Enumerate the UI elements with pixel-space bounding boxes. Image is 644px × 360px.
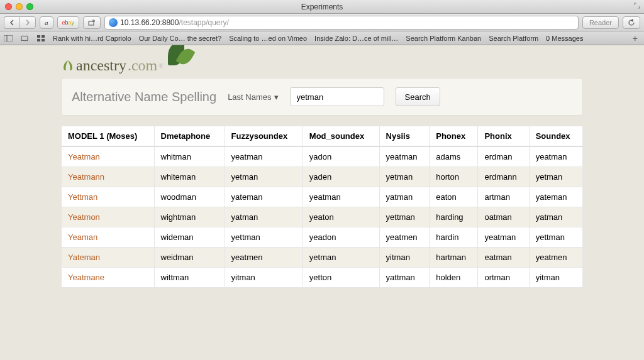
result-cell: yatman xyxy=(529,207,582,227)
logo-suffix: .com xyxy=(128,57,157,74)
table-header-row: MODEL 1 (Moses) Dmetaphone Fuzzysoundex … xyxy=(62,126,583,147)
svg-rect-1 xyxy=(4,35,13,41)
svg-rect-3 xyxy=(37,35,40,38)
result-cell: hartman xyxy=(430,248,478,268)
result-cell: yeatman xyxy=(225,146,303,167)
reader-button[interactable]: Reader xyxy=(582,16,619,29)
col-header: Fuzzysoundex xyxy=(225,126,303,147)
url-host: 10.13.66.20:8800 xyxy=(120,18,179,27)
fullscreen-icon[interactable] xyxy=(634,3,640,10)
result-cell: yetman xyxy=(379,167,430,187)
result-cell: yeatmen xyxy=(225,248,303,268)
result-cell: eatman xyxy=(478,248,529,268)
result-cell: yateman xyxy=(529,187,582,207)
bookmark-item[interactable]: Search Platform Kanban xyxy=(406,35,481,42)
result-cell: yetman xyxy=(303,248,379,268)
add-bookmark-button[interactable]: + xyxy=(630,33,640,43)
bookmark-item[interactable]: Scaling to …ed on Vimeo xyxy=(229,35,307,42)
bookmarks-bar: Rank with hi…rd Capriolo Our Daily Co… t… xyxy=(0,31,644,45)
result-cell: whiteman xyxy=(154,167,225,187)
result-cell: yatman xyxy=(379,187,430,207)
close-window-button[interactable] xyxy=(5,3,12,10)
result-cell: yadon xyxy=(303,146,379,167)
svg-rect-5 xyxy=(37,39,40,41)
bookmark-item[interactable]: 0 Messages xyxy=(546,35,583,42)
reading-list-icon[interactable] xyxy=(20,35,29,41)
result-cell: yitman xyxy=(225,268,303,288)
bookmark-item[interactable]: Inside Zalo: D…ce of mill… xyxy=(314,35,398,42)
result-cell: yettman xyxy=(225,227,303,248)
result-cell: yetman xyxy=(529,167,582,187)
table-row: Yeatmanwhitmanyeatmanyadonyeatmanadamser… xyxy=(62,146,583,167)
result-cell: yaden xyxy=(303,167,379,187)
result-cell: artman xyxy=(478,187,529,207)
caret-down-icon: ▾ xyxy=(274,92,279,102)
result-cell: yitman xyxy=(529,268,582,288)
name-type-dropdown[interactable]: Last Names ▾ xyxy=(228,92,278,102)
globe-icon xyxy=(109,18,118,27)
svg-rect-4 xyxy=(42,35,45,38)
result-cell: yeadon xyxy=(303,227,379,248)
browser-toolbar: a ebay 10.13.66.20:8800/testapp/query/ R… xyxy=(0,14,644,31)
svg-rect-6 xyxy=(42,39,45,41)
result-cell: yeatman xyxy=(529,146,582,167)
ebay-bookmark-button[interactable]: ebay xyxy=(57,16,80,29)
search-panel: Alternative Name Spelling Last Names ▾ S… xyxy=(61,78,583,116)
search-button[interactable]: Search xyxy=(396,87,440,106)
table-row: Yeamanwidemanyettmanyeadonyeatmenhardiny… xyxy=(62,227,583,248)
result-cell: yetton xyxy=(303,268,379,288)
sidebar-icon[interactable] xyxy=(4,35,13,41)
reload-button[interactable] xyxy=(623,16,640,29)
name-input[interactable] xyxy=(290,87,384,106)
model1-cell: Yeatman xyxy=(62,146,155,167)
search-title: Alternative Name Spelling xyxy=(72,90,216,104)
result-cell: ortman xyxy=(478,268,529,288)
share-button[interactable] xyxy=(83,16,101,29)
model1-cell: Yettman xyxy=(62,187,155,207)
result-cell: yeatmen xyxy=(379,227,430,248)
zoom-window-button[interactable] xyxy=(26,3,33,10)
result-cell: hardin xyxy=(430,227,478,248)
grid-icon[interactable] xyxy=(36,35,45,41)
result-cell: oatman xyxy=(478,207,529,227)
result-cell: yeatman xyxy=(478,227,529,248)
result-cell: holden xyxy=(430,268,478,288)
result-cell: yettman xyxy=(529,227,582,248)
col-header: MODEL 1 (Moses) xyxy=(62,126,155,147)
logo-text: ancestry xyxy=(76,57,126,74)
result-cell: weidman xyxy=(154,248,225,268)
bookmark-item[interactable]: Our Daily Co… the secret? xyxy=(139,35,221,42)
bookmark-item[interactable]: Search Platform xyxy=(489,35,538,42)
model1-cell: Yeaman xyxy=(62,227,155,248)
minimize-window-button[interactable] xyxy=(16,3,23,10)
result-cell: yattman xyxy=(379,268,430,288)
bookmark-item[interactable]: Rank with hi…rd Capriolo xyxy=(53,35,131,42)
ancestry-logo[interactable]: ancestry.com® xyxy=(61,57,164,74)
url-bar[interactable]: 10.13.66.20:8800/testapp/query/ xyxy=(104,16,579,30)
result-cell: woodman xyxy=(154,187,225,207)
table-row: Yeatmannwhitemanyetmanyadenyetmanhortone… xyxy=(62,167,583,187)
result-cell: yeatman xyxy=(379,146,430,167)
result-cell: yeatmen xyxy=(529,248,582,268)
url-path: /testapp/query/ xyxy=(179,18,228,27)
result-cell: adams xyxy=(430,146,478,167)
forward-button[interactable] xyxy=(19,16,36,29)
window-titlebar: Experiments xyxy=(0,0,644,14)
leaf-icon xyxy=(61,59,75,73)
page-content: ancestry.com® Alternative Name Spelling … xyxy=(0,45,644,360)
table-row: Yettmanwoodmanyatemanyeatmanyatmaneatona… xyxy=(62,187,583,207)
back-button[interactable] xyxy=(4,16,19,29)
table-row: Yeatmanewittmanyitmanyettonyattmanholden… xyxy=(62,268,583,288)
result-cell: whitman xyxy=(154,146,225,167)
result-cell: yeatman xyxy=(303,187,379,207)
results-table: MODEL 1 (Moses) Dmetaphone Fuzzysoundex … xyxy=(61,126,583,288)
result-cell: erdman xyxy=(478,146,529,167)
model1-cell: Yeatmon xyxy=(62,207,155,227)
decorative-leaves xyxy=(168,45,184,65)
table-row: Yeatmonwightmanyatmanyeatonyettmanhardin… xyxy=(62,207,583,227)
dropdown-label: Last Names xyxy=(228,92,271,102)
amazon-bookmark-button[interactable]: a xyxy=(40,16,53,29)
col-header: Phonix xyxy=(478,126,529,147)
site-header: ancestry.com® xyxy=(61,50,583,74)
traffic-lights xyxy=(0,3,33,10)
